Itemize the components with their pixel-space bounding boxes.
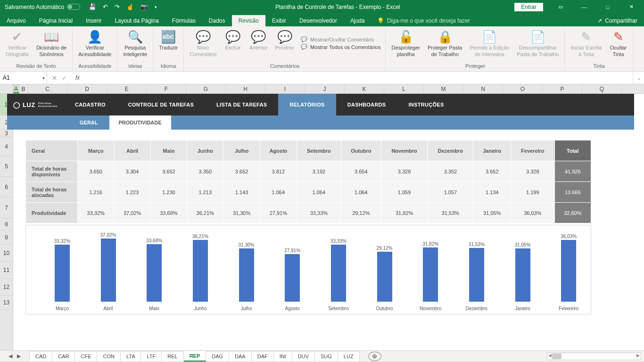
column-header[interactable]: D (67, 84, 107, 93)
tell-me-search[interactable]: 💡 Diga-me o que você deseja fazer (372, 15, 476, 26)
sheet-tab[interactable]: INI (274, 351, 292, 362)
nav-item[interactable]: DASHBOARDS (336, 94, 397, 115)
chevron-down-icon[interactable]: ▾ (42, 75, 45, 81)
nav-item[interactable]: RELATÓRIOS (278, 94, 336, 115)
name-box[interactable]: A1 ▾ (0, 72, 47, 84)
sheet-tab[interactable]: CAR (52, 351, 75, 362)
spreadsheet-grid[interactable]: ABCDEFGHIJKLMNOPQ 12345678910111213 ◯ LU… (0, 84, 644, 350)
proteger-pasta-button[interactable]: 🔒Proteger Pasta de Trabalho (425, 28, 465, 59)
traduzir-button[interactable]: 🔤Traduzir (156, 28, 181, 52)
sheet-tab[interactable]: DAA (229, 351, 252, 362)
subtab-geral[interactable]: GERAL (68, 115, 109, 130)
new-sheet-button[interactable]: ⊕ (368, 352, 381, 361)
ribbon-tab-dados[interactable]: Dados (202, 15, 232, 26)
column-header[interactable]: E (107, 84, 147, 93)
sheet-tab[interactable]: SUG (315, 351, 338, 362)
save-icon[interactable]: 💾 (89, 3, 96, 10)
autosave-toggle[interactable]: Salvamento Automático (0, 4, 85, 10)
mostrar-todos-button[interactable]: 💬Mostrar Todos os Comentários (299, 43, 383, 50)
qat-dropdown-icon[interactable]: ▾ (155, 5, 157, 9)
horizontal-scrollbar[interactable]: ◀▶ (547, 353, 641, 360)
tab-nav-prev-icon[interactable]: ◀ (8, 353, 12, 359)
nav-item[interactable]: CADASTRO (64, 94, 117, 115)
ribbon-tab-exibir[interactable]: Exibir (265, 15, 293, 26)
verificar-ortografia-button[interactable]: ✔Verificar Ortografia (3, 28, 32, 59)
column-header[interactable]: Q (582, 84, 622, 93)
nav-item[interactable]: LISTA DE TAREFAS (205, 94, 278, 115)
sheet-tab[interactable]: DAG (206, 351, 229, 362)
ribbon-tab-inserir[interactable]: Inserir (79, 15, 108, 26)
column-header[interactable]: P (543, 84, 582, 93)
row-header[interactable]: 7 (0, 197, 13, 218)
column-header[interactable]: F (147, 84, 186, 93)
touch-mode-icon[interactable]: ☝ (126, 3, 134, 10)
ribbon-tab-revisão[interactable]: Revisão (232, 15, 265, 26)
ribbon-tab-página-inicial[interactable]: Página Inicial (33, 15, 79, 26)
column-header[interactable]: B (19, 84, 28, 93)
share-button[interactable]: ↗ Compartilhar (591, 15, 644, 26)
toggle-switch-icon[interactable] (67, 4, 80, 10)
row-header[interactable]: 6 (0, 177, 13, 197)
novo-comentario-button[interactable]: 💬Novo Comentário (187, 28, 219, 59)
row-header[interactable]: 10 (0, 245, 13, 262)
pesquisa-inteligente-button[interactable]: 🔍Pesquisa Inteligente (120, 28, 150, 59)
row-header[interactable]: 11 (0, 262, 13, 279)
sheet-tab[interactable]: CON (97, 351, 120, 362)
sheet-tab[interactable]: CAD (29, 351, 52, 362)
row-header[interactable]: 5 (0, 156, 13, 177)
tab-nav-next-icon[interactable]: ▶ (17, 353, 21, 359)
sheet-tab[interactable]: REP (184, 351, 206, 362)
verificar-acessibilidade-button[interactable]: 👤Verificar Acessibilidade (75, 28, 114, 59)
ribbon-tab-layout-da-página[interactable]: Layout da Página (108, 15, 165, 26)
column-header[interactable]: L (384, 84, 424, 93)
select-all-corner[interactable] (0, 84, 13, 93)
maximize-icon[interactable]: □ (597, 0, 619, 14)
sheet-tab[interactable]: CFE (75, 351, 97, 362)
column-header[interactable]: M (424, 84, 463, 93)
sheet-tab[interactable]: LTA (121, 351, 141, 362)
column-header[interactable]: N (463, 84, 503, 93)
row-header[interactable]: 4 (0, 137, 13, 156)
row-header[interactable]: 13 (0, 296, 13, 310)
subtab-produtividade[interactable]: PRODUTIVIDADE (109, 115, 171, 130)
fx-icon[interactable]: fx (72, 74, 83, 81)
column-header[interactable]: H (226, 84, 265, 93)
column-header[interactable]: A (13, 84, 19, 93)
column-header[interactable]: G (186, 84, 226, 93)
row-header[interactable]: 8 (0, 218, 13, 230)
sheet-tab[interactable]: DUV (292, 351, 315, 362)
column-header[interactable]: K (345, 84, 384, 93)
redo-icon[interactable]: ↷ (115, 3, 120, 10)
undo-icon[interactable]: ↶ (103, 3, 108, 10)
ribbon-tab-arquivo[interactable]: Arquivo (0, 15, 33, 26)
ribbon-options-icon[interactable]: ▭ (550, 0, 571, 14)
sheet-tab[interactable]: LUZ (338, 351, 360, 362)
close-icon[interactable]: ✕ (620, 0, 642, 14)
ribbon-tab-ajuda[interactable]: Ajuda (344, 15, 372, 26)
nav-item[interactable]: INSTRUÇÕES (397, 94, 455, 115)
ribbon-tab-fórmulas[interactable]: Fórmulas (165, 15, 202, 26)
dicionario-sinonimos-button[interactable]: 📖Dicionário de Sinônimos (33, 28, 69, 59)
camera-icon[interactable]: 📷 (140, 3, 148, 10)
nav-item[interactable]: CONTROLE DE TAREFAS (117, 94, 205, 115)
row-headers[interactable]: 12345678910111213 (0, 94, 13, 350)
sheet-tab[interactable]: DAF (252, 351, 274, 362)
sheet-tab[interactable]: REL (162, 351, 183, 362)
sheet-tab[interactable]: LTF (141, 351, 162, 362)
column-header[interactable]: C (28, 84, 67, 93)
row-header[interactable]: 9 (0, 230, 13, 245)
row-header[interactable]: 12 (0, 279, 13, 296)
column-header[interactable]: I (265, 84, 305, 93)
column-headers[interactable]: ABCDEFGHIJKLMNOPQ (0, 84, 644, 94)
row-header[interactable]: 3 (0, 130, 13, 137)
column-header[interactable]: O (503, 84, 543, 93)
desproteger-planilha-button[interactable]: 🔓Desproteger planilha (388, 28, 423, 59)
sheet-canvas[interactable]: ◯ LUZ PlanilhasEmpresariais CADASTROCONT… (13, 94, 644, 350)
ocultar-tinta-button[interactable]: ✎Ocultar Tinta (607, 28, 630, 59)
ribbon-tab-desenvolvedor[interactable]: Desenvolvedor (293, 15, 344, 26)
sign-in-button[interactable]: Entrar (514, 3, 543, 11)
column-header[interactable]: J (305, 84, 345, 93)
minimize-icon[interactable]: — (573, 0, 595, 14)
expand-formula-bar-icon[interactable]: ⌄ (633, 72, 644, 84)
formula-input[interactable] (83, 72, 633, 84)
